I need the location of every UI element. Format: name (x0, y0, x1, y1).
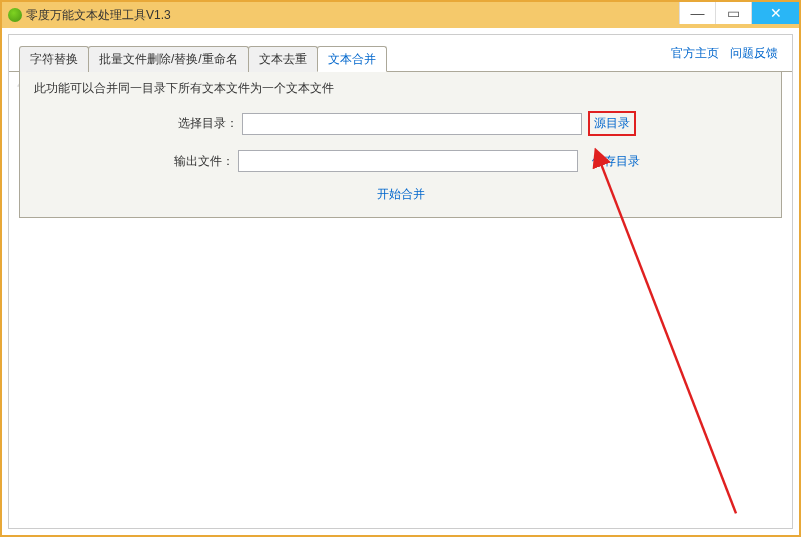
window-title: 零度万能文本处理工具V1.3 (26, 7, 171, 24)
tab-merge[interactable]: 文本合并 (317, 46, 387, 72)
window-controls: — ▭ ✕ (679, 2, 799, 24)
select-dir-label: 选择目录： (166, 115, 238, 132)
output-file-row: 输出文件： 保存目录 (34, 150, 767, 172)
output-file-input[interactable] (238, 150, 578, 172)
tab-dedup[interactable]: 文本去重 (248, 46, 318, 72)
output-file-label: 输出文件： (162, 153, 234, 170)
tabs: 字符替换 批量文件删除/替换/重命名 文本去重 文本合并 (9, 35, 792, 72)
minimize-button[interactable]: — (679, 2, 715, 24)
close-button[interactable]: ✕ (751, 2, 799, 24)
content-box: 河东软件园 www.pc0359.cn 官方主页 问题反馈 字符替换 批量文件删… (8, 34, 793, 529)
source-dir-highlight: 源目录 (588, 111, 636, 136)
source-dir-link[interactable]: 源目录 (594, 116, 630, 130)
save-dir-link[interactable]: 保存目录 (592, 153, 640, 170)
select-dir-input[interactable] (242, 113, 582, 135)
tab-batch-file[interactable]: 批量文件删除/替换/重命名 (88, 46, 249, 72)
select-dir-row: 选择目录： 源目录 (34, 111, 767, 136)
start-merge-link[interactable]: 开始合并 (377, 187, 425, 201)
panel-description: 此功能可以合并同一目录下所有文本文件为一个文本文件 (34, 80, 767, 97)
maximize-button[interactable]: ▭ (715, 2, 751, 24)
client-area: 河东软件园 www.pc0359.cn 官方主页 问题反馈 字符替换 批量文件删… (2, 28, 799, 535)
start-merge-row: 开始合并 (34, 186, 767, 203)
tab-char-replace[interactable]: 字符替换 (19, 46, 89, 72)
titlebar: 零度万能文本处理工具V1.3 — ▭ ✕ (2, 2, 799, 28)
merge-panel: 此功能可以合并同一目录下所有文本文件为一个文本文件 选择目录： 源目录 输出文件… (19, 72, 782, 218)
app-icon (8, 8, 22, 22)
